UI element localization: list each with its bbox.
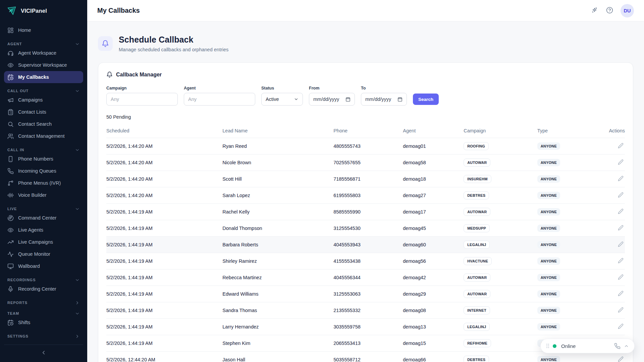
sidebar-item-queue-monitor[interactable]: Queue Monitor [4, 248, 83, 260]
sidebar-item-home[interactable]: Home [4, 24, 83, 36]
sidebar-item-incoming-queues[interactable]: Incoming Queues [4, 165, 83, 177]
status-label: Online [560, 343, 611, 349]
sidebar-section-reports[interactable]: REPORTS [4, 300, 83, 306]
sidebar-item-contact-lists[interactable]: Contact Lists [4, 106, 83, 118]
to-date-input[interactable]: mm/dd/yyyy [361, 93, 407, 106]
audio-lines-icon [7, 192, 14, 198]
sidebar-section-settings[interactable]: SETTINGS [4, 333, 83, 339]
edit-callback-button[interactable] [616, 224, 625, 233]
table-row[interactable]: 5/2/2026, 1:44:19 AMBarbara Roberts40455… [106, 237, 625, 253]
from-date-input[interactable]: mm/dd/yyyy [309, 93, 355, 106]
calendar-clock-icon [7, 74, 14, 80]
section-label: TEAM [7, 311, 19, 315]
table-row[interactable]: 5/2/2026, 1:44:19 AMShirley Ramirez41555… [106, 253, 625, 269]
pencil-icon [618, 356, 624, 362]
help-button[interactable] [605, 6, 614, 15]
type-badge: ANYONE [537, 274, 560, 281]
sidebar-item-label: Supervisor Workspace [18, 62, 67, 68]
lead-name-cell: Sarah Lopez [222, 187, 333, 204]
type-cell: ANYONE [537, 253, 607, 269]
table-row[interactable]: 5/2/2026, 1:44:20 AMRyan Reed4805555743d… [106, 138, 625, 155]
sidebar-section-call-in[interactable]: CALL IN [4, 147, 83, 153]
column-header-campaign: Campaign [464, 124, 537, 138]
sidebar-section-call-out[interactable]: CALL OUT [4, 88, 83, 94]
campaign-badge: ROOFING [464, 142, 489, 150]
table-row[interactable]: 5/2/2026, 1:44:20 AMScott Hill7185556871… [106, 171, 625, 187]
sidebar-item-phone-menus-ivr[interactable]: Phone Menus (IVR) [4, 177, 83, 189]
app-root: VICIPanel HomeAGENTAgent WorkspaceSuperv… [0, 0, 644, 362]
sidebar-item-wallboard[interactable]: Wallboard [4, 260, 83, 272]
table-row[interactable]: 5/2/2026, 1:44:19 AMSandra Thomas2135555… [106, 302, 625, 319]
scheduled-cell: 5/2/2026, 12:44:20 AM [106, 352, 222, 362]
agent-input[interactable] [184, 93, 255, 106]
sparkles-button[interactable] [590, 6, 599, 15]
type-badge: ANYONE [537, 307, 560, 314]
table-row[interactable]: 5/2/2026, 1:44:19 AMRebecca Martinez4045… [106, 269, 625, 286]
table-row[interactable]: 5/2/2026, 1:44:19 AMEdward Williams31255… [106, 286, 625, 302]
sidebar-section-team[interactable]: TEAM [4, 310, 83, 316]
table-row[interactable]: 5/2/2026, 1:44:20 AMSarah Lopez619555580… [106, 187, 625, 204]
sidebar-nav: HomeAGENTAgent WorkspaceSupervisor Works… [4, 21, 83, 345]
actions-cell [607, 302, 625, 319]
sidebar-item-shifts[interactable]: Shifts [4, 316, 83, 328]
sidebar-item-contact-search[interactable]: Contact Search [4, 118, 83, 130]
sidebar-item-contact-management[interactable]: Contact Management [4, 130, 83, 142]
agent-cell: demoag27 [403, 187, 464, 204]
sidebar-item-supervisor-workspace[interactable]: Supervisor Workspace [4, 59, 83, 71]
edit-callback-button[interactable] [616, 273, 625, 282]
agent-cell: demoag45 [403, 220, 464, 237]
clipboard-list-icon [7, 109, 14, 115]
chevron-up-icon[interactable] [624, 344, 629, 349]
table-row[interactable]: 5/2/2026, 1:44:19 AMLarry Hernandez30355… [106, 319, 625, 335]
phone-cell: 3125553063 [333, 286, 403, 302]
sidebar-item-campaigns[interactable]: Campaigns [4, 94, 83, 106]
sidebar-item-voice-builder[interactable]: Voice Builder [4, 189, 83, 201]
edit-callback-button[interactable] [616, 141, 625, 151]
sidebar-item-command-center[interactable]: Command Center [4, 212, 83, 224]
search-button[interactable]: Search [413, 94, 439, 105]
campaign-cell: DEBTRES [464, 187, 537, 204]
agent-label: Agent [184, 86, 255, 90]
actions-cell [607, 138, 625, 155]
phone-icon[interactable] [614, 343, 621, 349]
sidebar-item-label: My Callbacks [18, 74, 49, 80]
edit-callback-button[interactable] [616, 256, 625, 266]
sidebar-collapse-button[interactable] [37, 348, 50, 358]
edit-callback-button[interactable] [616, 289, 625, 299]
actions-cell [607, 253, 625, 269]
campaign-input[interactable] [106, 93, 178, 106]
column-header-phone: Phone [333, 124, 403, 138]
user-avatar[interactable]: DU [621, 4, 634, 17]
sidebar-section-agent[interactable]: AGENT [4, 41, 83, 47]
table-row[interactable]: 5/2/2026, 1:44:19 AMRachel Kelly85855559… [106, 204, 625, 220]
table-row[interactable]: 5/2/2026, 1:44:20 AMNicole Brown70255576… [106, 155, 625, 171]
from-label: From [309, 86, 355, 90]
edit-callback-button[interactable] [616, 158, 625, 167]
edit-callback-button[interactable] [616, 322, 625, 331]
edit-callback-button[interactable] [616, 240, 625, 249]
edit-callback-button[interactable] [616, 306, 625, 315]
status-select[interactable]: Active [261, 93, 303, 106]
agent-cell: demoag60 [403, 237, 464, 253]
scheduled-cell: 5/2/2026, 1:44:19 AM [106, 319, 222, 335]
edit-callback-button[interactable] [616, 174, 625, 184]
lead-name-cell: Jason Hall [222, 352, 333, 362]
drag-handle-icon[interactable] [546, 343, 549, 349]
sidebar-item-live-agents[interactable]: Live Agents [4, 224, 83, 236]
sidebar-section-recordings[interactable]: RECORDINGS [4, 277, 83, 283]
sidebar-item-phone-numbers[interactable]: Phone Numbers [4, 153, 83, 165]
phone-cell: 2135555332 [333, 302, 403, 319]
agent-cell: demoag56 [403, 253, 464, 269]
table-row[interactable]: 5/2/2026, 1:44:19 AMDonald Thompson31255… [106, 220, 625, 237]
sidebar-item-agent-workspace[interactable]: Agent Workspace [4, 47, 83, 59]
sidebar-section-live[interactable]: LIVE [4, 206, 83, 212]
edit-callback-button[interactable] [616, 355, 625, 362]
sidebar-item-my-callbacks[interactable]: My Callbacks [4, 71, 83, 83]
lead-name-cell: Barbara Roberts [222, 237, 333, 253]
sidebar-item-live-campaigns[interactable]: Live Campaigns [4, 236, 83, 248]
campaign-badge: INSUREHM [464, 175, 491, 183]
sidebar-item-label: Live Agents [18, 227, 43, 233]
edit-callback-button[interactable] [616, 207, 625, 217]
edit-callback-button[interactable] [616, 191, 625, 200]
sidebar-item-recording-center[interactable]: Recording Center [4, 283, 83, 295]
